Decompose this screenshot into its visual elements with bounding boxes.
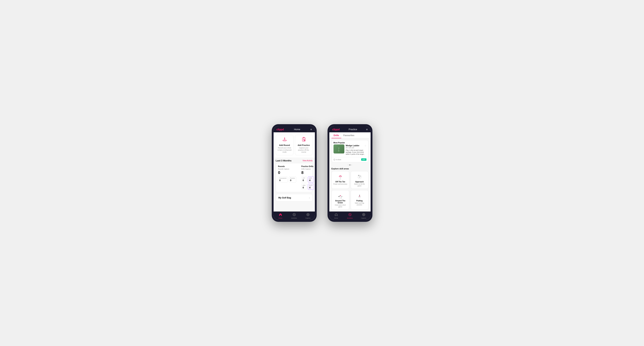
skill-off-the-tee[interactable]: Off The Tee Power and accuracy xyxy=(332,171,349,189)
activities-nav-label-p2: Activities xyxy=(347,217,353,219)
capture-nav-icon xyxy=(306,213,310,217)
rounds-title: Rounds xyxy=(278,166,296,168)
rounds-capture-value: 0 xyxy=(278,170,296,175)
featured-card: Most Popular xyxy=(332,140,368,162)
practice-stat: Practice 0 xyxy=(289,176,296,182)
add-practice-title: Add Practice xyxy=(298,144,310,146)
putting-desc: Make and lag practice xyxy=(352,202,367,206)
arg-stat: ARG 0 xyxy=(301,184,307,190)
featured-img-placeholder xyxy=(334,145,344,154)
home-nav-icon xyxy=(279,213,282,217)
home-content: Add Round Record your shots in fast or e… xyxy=(274,132,315,211)
skill-around-green[interactable]: Around The Green Hone your short game xyxy=(332,190,349,210)
shots-label: 9 shots xyxy=(334,159,341,161)
top-bar-home: clippd Home ≡ xyxy=(274,126,315,132)
nav-activities[interactable]: Activities xyxy=(287,211,301,220)
top-bar-practice: clippd Practice ≡ xyxy=(329,126,370,132)
skill-grid: Off The Tee Power and accuracy xyxy=(329,171,370,211)
most-popular-label: Most Popular xyxy=(332,140,368,145)
svg-point-20 xyxy=(359,177,360,177)
app-value: 4 xyxy=(309,179,313,182)
capture-nav-label: Capture xyxy=(305,217,310,219)
golf-bag-chevron: › xyxy=(309,196,310,199)
nav-capture[interactable]: Capture xyxy=(301,211,315,220)
capture-nav-icon-p2 xyxy=(362,213,365,217)
app-label: APP xyxy=(309,177,313,179)
ott-label: OTT xyxy=(302,177,306,179)
capture-nav-label-p2: Capture xyxy=(361,217,366,219)
drills-title: Practice Drills xyxy=(301,166,314,168)
practice-value: 0 xyxy=(290,179,295,182)
approach-desc: Dial-in to hit the green xyxy=(352,183,367,187)
quick-actions: Add Round Record your shots in fast or e… xyxy=(274,132,315,158)
shots-count: 9 shots xyxy=(336,159,341,161)
svg-point-3 xyxy=(303,137,304,138)
around-green-name: Around The Green xyxy=(333,200,348,204)
home-nav-icon-p2 xyxy=(334,213,338,217)
add-round-card[interactable]: Add Round Record your shots in fast or e… xyxy=(276,135,294,155)
ott-stat: OTT 0 xyxy=(301,176,307,182)
nav-activities-p2[interactable]: Activities xyxy=(343,211,357,220)
skill-areas-label: Explore skill areas xyxy=(329,167,370,171)
arg-value: 0 xyxy=(302,186,306,189)
golf-bag-label: My Golf Bag xyxy=(278,196,291,199)
approach-name: Approach xyxy=(355,181,364,183)
featured-desc: Play 1 shot at each target yardage. If y… xyxy=(346,149,366,155)
featured-inner: Wedge Ladder 50–100 yds ☆ Play 1 shot at… xyxy=(332,145,368,157)
app-badge: APP xyxy=(361,158,366,161)
approach-icon xyxy=(356,173,363,181)
home-nav-label: Home xyxy=(278,217,282,219)
carousel-dots xyxy=(329,164,370,167)
putt-stat: PUTT 4 xyxy=(308,184,314,190)
featured-footer: 9 shots APP xyxy=(332,157,368,162)
drills-capture-value: 8 xyxy=(301,170,314,175)
dot-3 xyxy=(351,165,352,166)
skill-approach[interactable]: Approach Dial-in to hit the green xyxy=(351,171,368,189)
add-round-title: Add Round xyxy=(279,144,290,146)
rounds-col: Rounds Rounds Capture 0 Tournament 0 Pra… xyxy=(278,166,296,190)
activities-nav-icon xyxy=(292,213,296,217)
add-round-desc: Record your shots in fast or enhanced mo… xyxy=(277,147,292,153)
nav-home[interactable]: Home xyxy=(274,211,287,220)
star-icon[interactable]: ☆ xyxy=(364,145,366,147)
tab-drills[interactable]: Drills xyxy=(332,132,341,138)
practice-content: Most Popular xyxy=(329,138,370,211)
tee-icon xyxy=(337,173,344,181)
activities-nav-label: Activities xyxy=(291,217,297,219)
featured-info: Wedge Ladder 50–100 yds ☆ Play 1 shot at… xyxy=(346,145,366,155)
activities-nav-icon-p2 xyxy=(348,213,352,217)
bottom-nav-practice: Home Activities xyxy=(329,211,370,220)
putting-icon xyxy=(356,192,363,200)
drills-col: Practice Drills Drills Capture 8 OTT 0 A… xyxy=(301,166,314,190)
tabs-bar: Drills Favourites xyxy=(329,132,370,138)
logo-practice: clippd xyxy=(332,128,340,131)
home-nav-label-p2: Home xyxy=(334,217,338,219)
nav-capture-p2[interactable]: Capture xyxy=(357,211,370,220)
featured-distance: 50–100 yds xyxy=(346,147,360,149)
skill-putting[interactable]: Putting Make and lag practice xyxy=(351,190,368,210)
view-activity-link[interactable]: View Activity xyxy=(302,160,312,162)
tournament-label: Tournament xyxy=(279,177,286,179)
svg-point-15 xyxy=(334,159,335,160)
featured-image xyxy=(334,145,344,154)
arg-label: ARG xyxy=(302,184,306,186)
practice-menu-icon[interactable]: ≡ xyxy=(366,128,368,131)
menu-icon[interactable]: ≡ xyxy=(310,128,312,131)
practice-label: Practice xyxy=(290,177,295,179)
golf-bag-row[interactable]: My Golf Bag › xyxy=(276,194,313,201)
tab-favourites[interactable]: Favourites xyxy=(341,132,357,138)
bottom-nav-home: Home Activities xyxy=(274,211,315,220)
around-green-icon xyxy=(337,192,344,200)
drills-sub-grid: OTT 0 APP 4 ARG 0 xyxy=(301,176,314,190)
logo: clippd xyxy=(276,128,284,131)
tournament-value: 0 xyxy=(279,179,286,182)
ott-value: 0 xyxy=(302,179,306,182)
add-practice-card[interactable]: Add Practice Capture your practice off-t… xyxy=(295,135,313,155)
add-practice-desc: Capture your practice off-the-course xyxy=(296,147,311,153)
dot-2 xyxy=(350,165,350,166)
nav-home-p2[interactable]: Home xyxy=(329,211,343,220)
tournament-stat: Tournament 0 xyxy=(278,176,288,182)
rounds-capture-label: Rounds Capture xyxy=(278,168,296,170)
add-practice-icon xyxy=(301,137,306,143)
phone-home: clippd Home ≡ Add Round Record your xyxy=(272,124,317,222)
